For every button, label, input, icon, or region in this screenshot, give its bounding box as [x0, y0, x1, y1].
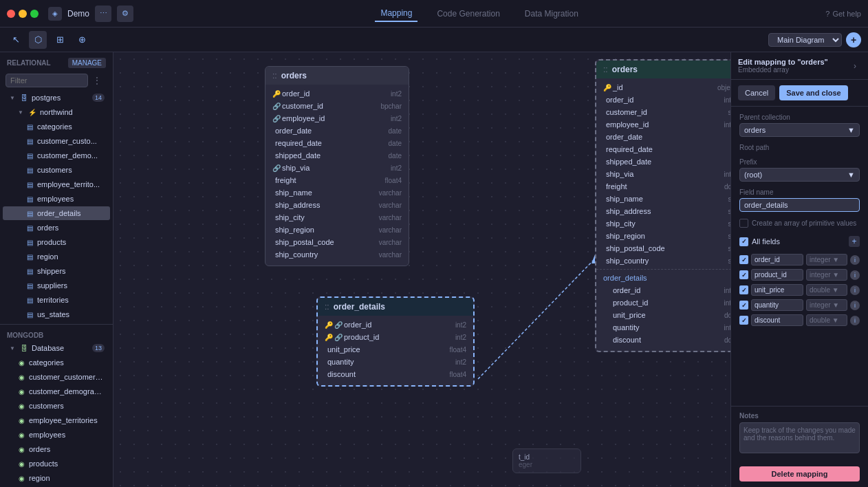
notes-textarea[interactable]: Keep track of the changes you made and t…	[739, 422, 860, 453]
sidebar-item-us-states[interactable]: ▤ us_states	[3, 307, 110, 321]
tab-data-migration[interactable]: Data Migration	[519, 6, 584, 21]
snippet-text2: eger	[519, 461, 575, 468]
sidebar-item-mongo-customer-demo[interactable]: ◉ customer_customer_demo	[3, 370, 110, 384]
sidebar-item-region[interactable]: ▤ region	[3, 250, 110, 263]
mongodb-label: MongoDB	[0, 327, 113, 340]
table-row: ship_name string	[596, 193, 730, 205]
tab-code-generation[interactable]: Code Generation	[431, 6, 505, 21]
sidebar-item-products[interactable]: ▤ products	[3, 235, 110, 249]
sidebar-item-mongo-employee-territories[interactable]: ◉ employee_territories	[3, 413, 110, 427]
sidebar-item-mongo-orders[interactable]: ◉ orders	[3, 442, 110, 456]
sidebar-item-order-details[interactable]: ▤ order_details	[3, 206, 110, 220]
canvas[interactable]: :: orders 🔑order_id int2 🔗customer_id bp…	[113, 52, 730, 487]
parent-collection-select[interactable]: orders ▼	[739, 123, 860, 137]
maximize-button[interactable]	[30, 10, 39, 18]
table-row: customer_id string	[596, 106, 730, 118]
cancel-button[interactable]: Cancel	[738, 85, 775, 100]
sidebar-item-mongo-employees[interactable]: ◉ employees	[3, 428, 110, 442]
sidebar-item-customer-demo[interactable]: ▤ customer_demo...	[3, 149, 110, 162]
add-field-button[interactable]: +	[849, 236, 860, 247]
sidebar-item-orders[interactable]: ▤ orders	[3, 221, 110, 235]
expand-icon: ▼	[17, 108, 25, 116]
root-path-row: Root path	[739, 144, 860, 151]
order-details-header[interactable]: :: order_details	[318, 298, 473, 316]
prefix-select[interactable]: (root) ▼	[739, 168, 860, 182]
filter-input[interactable]	[6, 74, 88, 87]
sidebar-item-territories[interactable]: ▤ territories	[3, 293, 110, 307]
diagram-select[interactable]: Main Diagram	[768, 33, 842, 47]
sidebar-item-mongo-categories[interactable]: ◉ categories	[3, 356, 110, 369]
field-checkbox[interactable]: ✓	[739, 316, 748, 325]
help-button[interactable]: ? Get help	[825, 10, 861, 18]
grid-tool[interactable]: ⊞	[51, 31, 69, 49]
sidebar-item-categories[interactable]: ▤ categories	[3, 120, 110, 133]
all-fields-checkbox[interactable]: ✓	[739, 237, 748, 246]
field-name-input[interactable]	[739, 198, 860, 212]
sidebar-item-shippers[interactable]: ▤ shippers	[3, 264, 110, 278]
toolbar2: ↖ ⬡ ⊞ ⊕ Main Diagram +	[0, 28, 868, 52]
sidebar-item-mongodb-db[interactable]: ▼ 🗄 Database 13	[3, 341, 110, 355]
field-info-icon[interactable]: i	[850, 270, 860, 280]
field-checkbox[interactable]: ✓	[739, 270, 748, 279]
table-row: 🔗employee_id int2	[265, 112, 409, 125]
field-type-select-order-id[interactable]: integer ▼	[806, 254, 847, 266]
collection-icon: ◉	[17, 415, 26, 425]
sidebar-item-customer-custo[interactable]: ▤ customer_custo...	[3, 134, 110, 148]
sidebar-label-employees: employees	[37, 195, 105, 203]
orders-relational-header[interactable]: :: orders	[265, 67, 409, 85]
table-row: ship_city string	[596, 217, 730, 230]
field-name-input-product-id[interactable]	[751, 269, 803, 281]
gear-icon[interactable]: ⚙	[117, 6, 133, 22]
field-row-quantity: ✓ integer ▼ i	[739, 299, 860, 311]
sidebar-label-categories: categories	[37, 122, 105, 131]
orders-mongo-header[interactable]: :: orders	[596, 61, 730, 78]
field-name-input-discount[interactable]	[751, 314, 803, 326]
chevron-down-icon: ▼	[847, 126, 855, 134]
collection-icon: ◉	[17, 401, 26, 411]
field-checkbox[interactable]: ✓	[739, 285, 748, 294]
create-array-row: Create an array of primitive values	[739, 219, 860, 228]
field-checkbox[interactable]: ✓	[739, 301, 748, 310]
close-button[interactable]	[7, 10, 15, 18]
field-name-input-unit-price[interactable]	[751, 284, 803, 296]
sidebar-item-mongo-customer-demographics[interactable]: ◉ customer_demographics	[3, 385, 110, 398]
create-array-checkbox[interactable]	[739, 219, 748, 228]
select-tool[interactable]: ↖	[7, 31, 25, 49]
sidebar-item-employees[interactable]: ▤ employees	[3, 192, 110, 206]
manage-button[interactable]: MANAGE	[68, 58, 106, 68]
field-checkbox[interactable]: ✓	[739, 255, 748, 264]
field-info-icon[interactable]: i	[850, 316, 860, 325]
toggle-panel-button[interactable]: ›	[849, 60, 861, 72]
field-type-select-product-id[interactable]: integer ▼	[806, 269, 847, 281]
field-type-select-quantity[interactable]: integer ▼	[806, 299, 847, 311]
expand-icon: ▼	[8, 94, 17, 102]
sidebar-label-postgres: postgres	[32, 94, 89, 102]
sidebar-item-mongo-region[interactable]: ◉ region	[3, 471, 110, 485]
field-type-select-unit-price[interactable]: double ▼	[806, 284, 847, 296]
sidebar-item-postgres[interactable]: ▼ 🗄 postgres 14	[3, 91, 110, 105]
field-info-icon[interactable]: i	[850, 255, 860, 265]
minimize-button[interactable]	[19, 10, 27, 18]
field-name-input-quantity[interactable]	[751, 299, 803, 311]
filter-menu-icon[interactable]: ⋮	[91, 74, 103, 87]
right-panel-header: Edit mapping to "orders" Embedded array	[738, 58, 828, 74]
add-diagram-button[interactable]: +	[846, 32, 861, 47]
sidebar-item-suppliers[interactable]: ▤ suppliers	[3, 279, 110, 292]
field-name-input-order-id[interactable]	[751, 254, 803, 266]
field-info-icon[interactable]: i	[850, 285, 860, 295]
connect-tool[interactable]: ⊕	[73, 31, 91, 49]
delete-mapping-button[interactable]: Delete mapping	[739, 466, 860, 481]
node-tool[interactable]: ⬡	[29, 31, 47, 49]
sidebar-item-employee-territories[interactable]: ▤ employee_territo...	[3, 177, 110, 191]
sidebar-item-mongo-products[interactable]: ◉ products	[3, 457, 110, 470]
sidebar-item-customers[interactable]: ▤ customers	[3, 163, 110, 177]
sidebar-item-northwind[interactable]: ▼ ⚡ northwind	[3, 105, 110, 119]
settings-icon[interactable]: ⋯	[95, 6, 111, 22]
field-info-icon[interactable]: i	[850, 301, 860, 310]
sidebar-item-mongo-customers[interactable]: ◉ customers	[3, 399, 110, 413]
table-row: freight double	[596, 180, 730, 193]
collection-icon: ◉	[17, 387, 26, 396]
save-close-button[interactable]: Save and close	[779, 85, 848, 100]
tab-mapping[interactable]: Mapping	[375, 6, 417, 22]
field-type-select-discount[interactable]: double ▼	[806, 314, 847, 326]
